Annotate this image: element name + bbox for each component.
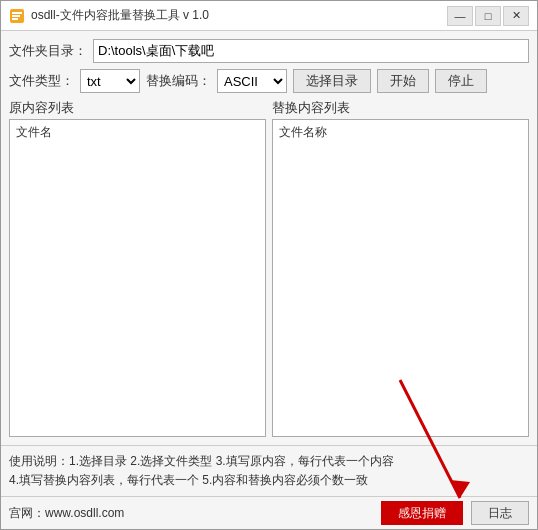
app-icon: [9, 8, 25, 24]
replacement-content-area[interactable]: 文件名称: [272, 119, 529, 437]
replacement-panel-title: 替换内容列表: [272, 99, 529, 117]
folder-row: 文件夹目录：: [9, 39, 529, 63]
footer-usage: 使用说明：1.选择目录 2.选择文件类型 3.填写原内容，每行代表一个内容 4.…: [1, 445, 537, 496]
stop-button[interactable]: 停止: [435, 69, 487, 93]
replacement-content-inner: 文件名称: [273, 120, 528, 145]
main-window: osdll-文件内容批量替换工具 v 1.0 — □ ✕ 文件夹目录： 文件类型…: [0, 0, 538, 530]
filetype-select[interactable]: txt doc csv xml html: [80, 69, 140, 93]
select-dir-button[interactable]: 选择目录: [293, 69, 371, 93]
options-row: 文件类型： txt doc csv xml html 替换编码： ASCII U…: [9, 69, 529, 93]
title-bar: osdll-文件内容批量替换工具 v 1.0 — □ ✕: [1, 1, 537, 31]
feedback-button[interactable]: 感恩捐赠: [381, 501, 463, 525]
svg-rect-2: [12, 15, 20, 17]
usage-line2: 4.填写替换内容列表，每行代表一个 5.内容和替换内容必须个数一致: [9, 471, 529, 490]
maximize-button[interactable]: □: [475, 6, 501, 26]
window-title: osdll-文件内容批量替换工具 v 1.0: [31, 7, 209, 24]
website-label: 宫网：www.osdll.com: [9, 505, 373, 522]
close-button[interactable]: ✕: [503, 6, 529, 26]
main-content: 文件夹目录： 文件类型： txt doc csv xml html 替换编码： …: [1, 31, 537, 445]
start-button[interactable]: 开始: [377, 69, 429, 93]
minimize-button[interactable]: —: [447, 6, 473, 26]
folder-path-input[interactable]: [93, 39, 529, 63]
original-content-area[interactable]: 文件名: [9, 119, 266, 437]
encoding-label: 替换编码：: [146, 72, 211, 90]
filetype-label: 文件类型：: [9, 72, 74, 90]
encoding-select[interactable]: ASCII UTF-8 GBK Unicode: [217, 69, 287, 93]
panels-container: 原内容列表 文件名 替换内容列表 文件名称: [9, 99, 529, 437]
log-button[interactable]: 日志: [471, 501, 529, 525]
replacement-panel: 替换内容列表 文件名称: [272, 99, 529, 437]
original-col-header: 文件名: [12, 122, 263, 143]
original-panel-title: 原内容列表: [9, 99, 266, 117]
original-content-inner: 文件名: [10, 120, 265, 145]
replacement-col-header: 文件名称: [275, 122, 526, 143]
original-panel: 原内容列表 文件名: [9, 99, 266, 437]
usage-line1: 使用说明：1.选择目录 2.选择文件类型 3.填写原内容，每行代表一个内容: [9, 452, 529, 471]
svg-rect-3: [12, 18, 18, 20]
svg-rect-1: [12, 12, 22, 14]
folder-label: 文件夹目录：: [9, 42, 87, 60]
title-bar-left: osdll-文件内容批量替换工具 v 1.0: [9, 7, 209, 24]
bottom-bar: 宫网：www.osdll.com 感恩捐赠 日志: [1, 496, 537, 529]
title-controls: — □ ✕: [447, 6, 529, 26]
